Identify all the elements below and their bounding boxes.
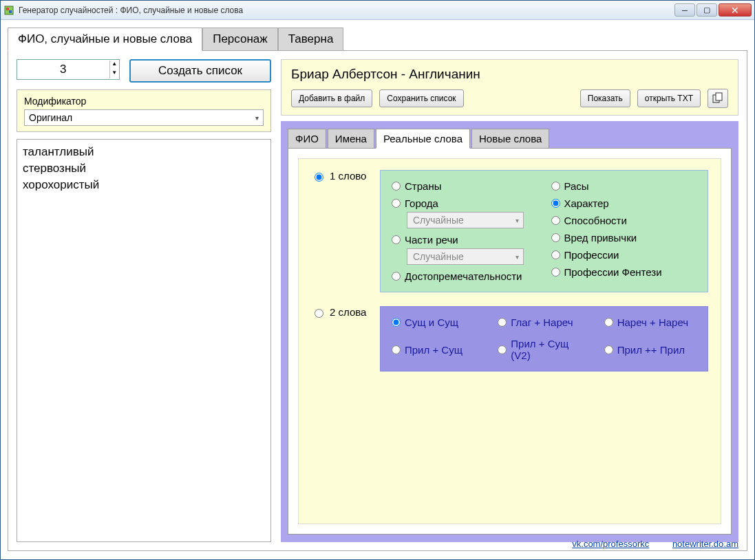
radio-sights[interactable]: [392, 272, 401, 281]
result-line: стервозный: [23, 160, 265, 177]
window-title: Генератор случайностей : ФИО, случайные …: [19, 6, 674, 15]
save-list-button[interactable]: Сохранить список: [379, 89, 463, 107]
maximize-button[interactable]: ▢: [696, 3, 717, 17]
left-column: ▲ ▼ Создать список Модификатор Оригинал …: [17, 59, 271, 542]
one-word-radio[interactable]: [315, 173, 323, 182]
radio-professions-fantasy[interactable]: [551, 268, 560, 277]
result-line: талантливый: [23, 144, 265, 160]
radio-cities[interactable]: [392, 199, 401, 208]
app-icon: [3, 5, 14, 16]
radio-parts[interactable]: [392, 235, 401, 244]
radio-noun-noun[interactable]: [392, 318, 401, 327]
modifier-label: Модификатор: [24, 96, 264, 107]
link-notewriter[interactable]: notewriter.do.am: [672, 539, 738, 549]
two-words-label: 2 слова: [330, 306, 366, 318]
copy-button[interactable]: [708, 89, 728, 108]
radio-adj-noun[interactable]: [392, 345, 401, 354]
result-line: хорохористый: [23, 177, 265, 193]
client-area: ФИО, случайные и новые слова Персонаж Та…: [1, 20, 754, 559]
one-word-group: Страны Города Случайные Части речи Случа…: [380, 170, 708, 292]
modifier-select[interactable]: Оригинал: [24, 109, 264, 126]
spinner-down[interactable]: ▼: [109, 69, 119, 78]
tab-tavern[interactable]: Таверна: [278, 28, 344, 51]
main-panel: ▲ ▼ Создать список Модификатор Оригинал …: [8, 50, 747, 551]
one-word-label: 1 слово: [330, 170, 366, 182]
generated-name: Бриар Албертсон - Англичанин: [291, 67, 728, 82]
app-window: Генератор случайностей : ФИО, случайные …: [0, 0, 755, 560]
radio-character[interactable]: [551, 199, 560, 208]
spinner-up[interactable]: ▲: [109, 61, 119, 69]
radio-habits[interactable]: [551, 233, 560, 242]
svg-rect-4: [716, 93, 722, 100]
radio-adj-adj[interactable]: [604, 345, 613, 354]
subtab-fio[interactable]: ФИО: [288, 129, 326, 149]
radio-abilities[interactable]: [551, 216, 560, 225]
subtab-new-words[interactable]: Новые слова: [471, 129, 549, 149]
two-words-radio[interactable]: [315, 309, 323, 318]
sub-panel: 1 слово Страны Города Случайные: [288, 148, 732, 535]
link-vk[interactable]: vk.com/professorkc: [572, 539, 649, 549]
open-txt-button[interactable]: открыть TXT: [637, 89, 701, 107]
inner-panel: 1 слово Страны Города Случайные: [298, 158, 721, 524]
svg-rect-1: [6, 8, 9, 10]
header-box: Бриар Албертсон - Англичанин Добавить в …: [281, 59, 738, 116]
two-words-group: Сущ и Сущ Глаг + Нареч Нареч + Нареч При…: [380, 306, 708, 371]
sub-tabs: ФИО Имена Реальные слова Новые слова: [288, 128, 732, 148]
tab-character[interactable]: Персонаж: [202, 28, 278, 51]
show-button[interactable]: Показать: [580, 89, 630, 107]
right-column: Бриар Албертсон - Англичанин Добавить в …: [281, 59, 738, 542]
create-list-button[interactable]: Создать список: [129, 59, 271, 83]
titlebar[interactable]: Генератор случайностей : ФИО, случайные …: [1, 1, 754, 20]
window-controls: ─ ▢ ✕: [674, 3, 752, 17]
radio-verb-adv[interactable]: [498, 318, 507, 327]
add-to-file-button[interactable]: Добавить в файл: [291, 89, 372, 107]
sub-area: ФИО Имена Реальные слова Новые слова 1 с…: [281, 121, 738, 542]
copy-icon: [712, 92, 724, 105]
radio-professions[interactable]: [551, 250, 560, 259]
main-tabs: ФИО, случайные и новые слова Персонаж Та…: [8, 27, 747, 50]
footer-links: vk.com/professorkc notewriter.do.am: [551, 539, 738, 549]
modifier-group: Модификатор Оригинал: [17, 89, 271, 132]
subtab-real-words[interactable]: Реальные слова: [376, 129, 470, 149]
radio-adv-adv[interactable]: [604, 318, 613, 327]
radio-countries[interactable]: [392, 182, 401, 191]
tab-fio[interactable]: ФИО, случайные и новые слова: [8, 28, 202, 51]
radio-races[interactable]: [551, 182, 560, 191]
radio-adj-noun-v2[interactable]: [498, 345, 507, 354]
close-button[interactable]: ✕: [719, 3, 752, 17]
subtab-names[interactable]: Имена: [328, 129, 374, 149]
parts-select[interactable]: Случайные: [407, 248, 524, 265]
svg-rect-2: [9, 10, 12, 13]
count-input[interactable]: [17, 62, 109, 77]
minimize-button[interactable]: ─: [674, 3, 695, 17]
cities-select[interactable]: Случайные: [407, 212, 524, 228]
count-spinner[interactable]: ▲ ▼: [17, 59, 120, 80]
results-textarea[interactable]: талантливый стервозный хорохористый: [17, 139, 271, 542]
